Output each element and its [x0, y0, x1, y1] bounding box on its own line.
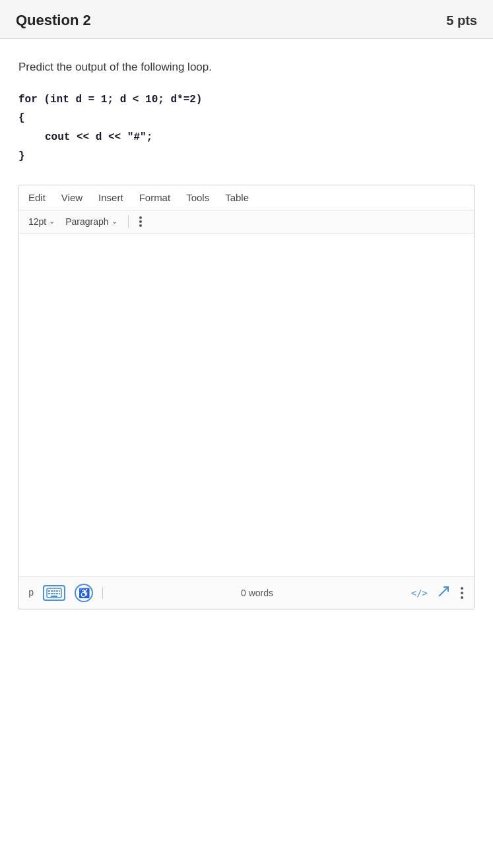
keyboard-icon: [43, 585, 65, 601]
code-line-3: cout << d << "#";: [18, 128, 475, 147]
page-container: Question 2 5 pts Predict the output of t…: [0, 0, 493, 868]
status-divider: [102, 587, 103, 599]
statusbar-more-button[interactable]: [459, 586, 465, 600]
more-dot-1: [461, 587, 463, 590]
font-size-dropdown[interactable]: 12pt ⌄: [26, 215, 57, 228]
code-line-2: {: [18, 109, 475, 128]
menu-view[interactable]: View: [59, 191, 85, 204]
editor-container: Edit View Insert Format Tools Table 12pt…: [18, 185, 475, 609]
question-points: 5 pts: [446, 13, 477, 28]
svg-rect-4: [56, 590, 58, 592]
code-line-4: }: [18, 147, 475, 166]
editor-menubar: Edit View Insert Format Tools Table: [19, 185, 474, 210]
font-size-value: 12pt: [28, 216, 46, 227]
editor-toolbar: 12pt ⌄ Paragraph ⌄: [19, 210, 474, 233]
dot-1: [139, 216, 142, 219]
svg-rect-6: [48, 593, 50, 594]
accessibility-icon-button[interactable]: ♿: [75, 584, 93, 602]
expand-button[interactable]: [437, 585, 450, 601]
more-dot-2: [461, 592, 463, 594]
svg-line-12: [439, 587, 448, 596]
svg-rect-10: [59, 593, 60, 594]
svg-rect-1: [48, 590, 50, 592]
svg-rect-5: [59, 590, 60, 592]
keyboard-icon-button[interactable]: [43, 585, 65, 601]
dot-2: [139, 220, 142, 223]
font-size-chevron: ⌄: [49, 217, 55, 226]
question-body: Predict the output of the following loop…: [0, 39, 493, 868]
menu-table[interactable]: Table: [222, 191, 251, 204]
question-prompt: Predict the output of the following loop…: [18, 59, 475, 76]
paragraph-dropdown[interactable]: Paragraph ⌄: [63, 215, 119, 228]
word-count: 0 words: [112, 588, 401, 598]
menu-format[interactable]: Format: [137, 191, 174, 204]
svg-rect-9: [56, 593, 58, 594]
toolbar-divider: [128, 215, 129, 228]
code-block: for (int d = 1; d < 10; d*=2) { cout << …: [18, 90, 475, 166]
svg-rect-8: [53, 593, 55, 594]
more-dot-3: [461, 596, 463, 599]
svg-rect-11: [51, 596, 57, 597]
dot-3: [139, 224, 142, 227]
code-line-1: for (int d = 1; d < 10; d*=2): [18, 90, 475, 109]
paragraph-value: Paragraph: [65, 216, 108, 227]
question-title: Question 2: [16, 12, 91, 29]
svg-rect-3: [53, 590, 55, 592]
code-view-button[interactable]: </>: [411, 588, 428, 598]
svg-rect-7: [51, 593, 53, 594]
menu-insert[interactable]: Insert: [96, 191, 126, 204]
accessibility-symbol: ♿: [79, 588, 90, 598]
paragraph-chevron: ⌄: [112, 217, 117, 226]
accessibility-icon: ♿: [75, 584, 93, 602]
question-header: Question 2 5 pts: [0, 0, 493, 39]
svg-rect-2: [51, 590, 53, 592]
menu-edit[interactable]: Edit: [26, 191, 48, 204]
html-tag-indicator: p: [28, 588, 34, 598]
menu-tools[interactable]: Tools: [183, 191, 212, 204]
more-tools-button[interactable]: [137, 215, 145, 228]
editor-statusbar: p: [19, 576, 474, 609]
editor-content-area[interactable]: [19, 233, 474, 576]
